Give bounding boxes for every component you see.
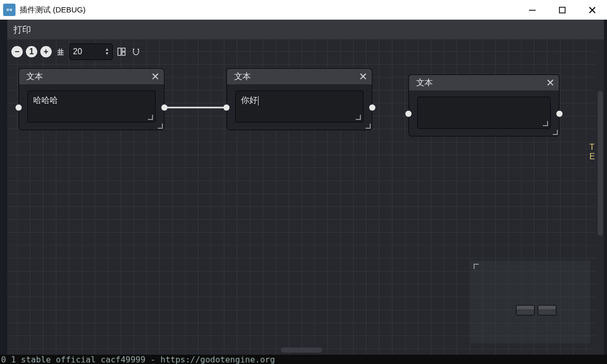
graph-canvas[interactable]: − 1 + 20 ▲▼ 文本✕哈哈哈文本✕你好文本✕ T E [7, 39, 596, 355]
svg-rect-5 [559, 7, 565, 13]
node-header[interactable]: 文本✕ [409, 75, 559, 90]
graph-toolbar: − 1 + 20 ▲▼ [7, 39, 596, 64]
svg-point-2 [7, 9, 8, 10]
svg-rect-7 [122, 48, 125, 51]
graph-node[interactable]: 文本✕你好 [226, 68, 372, 130]
node-text-input[interactable]: 哈哈哈 [27, 90, 156, 123]
horizontal-scrollbar[interactable] [281, 347, 322, 353]
window-title: 插件测试 (DEBUG) [20, 5, 86, 15]
menubar: 打印 [7, 20, 604, 39]
close-icon[interactable]: ✕ [359, 70, 368, 83]
node-title: 文本 [416, 78, 433, 88]
resize-handle-icon[interactable] [542, 120, 548, 126]
zoom-reset-button[interactable]: 1 [26, 46, 37, 57]
editor-left-gutter [0, 20, 7, 355]
minimize-button[interactable] [517, 0, 547, 20]
close-window-button[interactable] [577, 0, 607, 20]
input-port[interactable] [223, 104, 230, 111]
node-title: 文本 [26, 71, 43, 82]
grid-step-spinbox[interactable]: 20 ▲▼ [69, 43, 113, 60]
grid-step-value: 20 [73, 47, 98, 56]
output-port[interactable] [556, 111, 563, 117]
node-resize-handle-icon[interactable] [552, 129, 558, 135]
node-text-value: 你好 [241, 96, 257, 104]
svg-point-3 [10, 9, 11, 10]
vertical-scrollbar-thumb[interactable] [598, 91, 603, 236]
node-title: 文本 [234, 71, 251, 82]
node-header[interactable]: 文本✕ [227, 69, 372, 84]
node-text-input[interactable] [417, 97, 551, 129]
app-icon [3, 4, 16, 16]
node-header[interactable]: 文本✕ [19, 69, 164, 84]
resize-handle-icon[interactable] [355, 114, 361, 120]
minimap-resize-icon[interactable] [474, 264, 479, 269]
vertical-scrollbar-track[interactable] [596, 39, 604, 355]
node-resize-handle-icon[interactable] [365, 123, 371, 129]
layout-icon[interactable] [116, 46, 127, 57]
text-cursor [258, 96, 259, 105]
grid-icon[interactable] [55, 46, 66, 57]
graph-node[interactable]: 文本✕ [408, 74, 559, 136]
minimap[interactable] [471, 261, 590, 343]
svg-rect-6 [118, 48, 121, 55]
output-port[interactable] [369, 104, 375, 111]
menu-print[interactable]: 打印 [10, 22, 34, 38]
svg-rect-4 [529, 10, 536, 11]
resize-handle-icon[interactable] [147, 114, 153, 120]
connection-wire[interactable] [157, 103, 234, 112]
console-output: 0 1 stable official cacf49999 - https://… [0, 355, 607, 364]
input-port[interactable] [405, 111, 412, 117]
zoom-in-button[interactable]: + [40, 46, 52, 57]
input-port[interactable] [16, 104, 22, 111]
window-titlebar: 插件测试 (DEBUG) [0, 0, 607, 20]
spin-arrows[interactable]: ▲▼ [105, 48, 109, 56]
node-text-value: 哈哈哈 [33, 96, 58, 104]
node-resize-handle-icon[interactable] [157, 123, 163, 129]
close-icon[interactable]: ✕ [151, 70, 160, 83]
node-text-input[interactable]: 你好 [235, 90, 363, 123]
svg-rect-8 [122, 52, 125, 55]
graph-node[interactable]: 文本✕哈哈哈 [19, 68, 164, 130]
close-icon[interactable]: ✕ [546, 77, 555, 89]
output-port[interactable] [161, 104, 168, 111]
snap-icon[interactable] [130, 46, 142, 57]
zoom-out-button[interactable]: − [11, 46, 23, 57]
maximize-button[interactable] [547, 0, 577, 20]
